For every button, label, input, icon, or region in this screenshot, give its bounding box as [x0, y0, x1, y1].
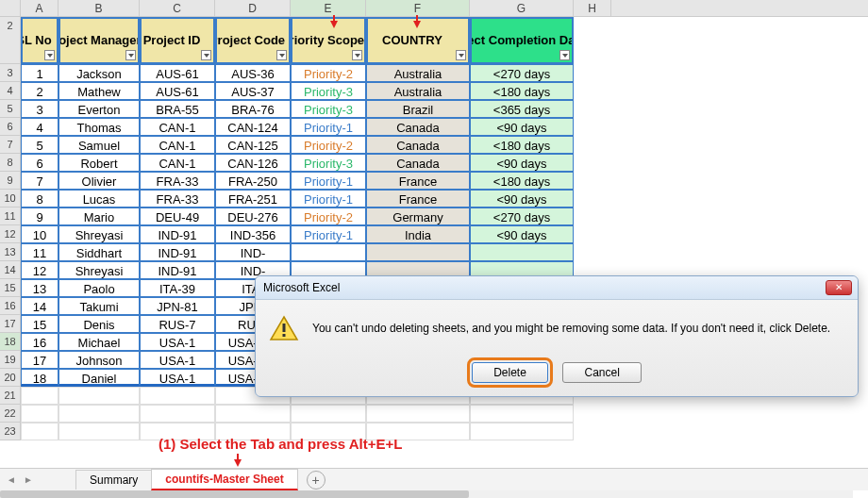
cell-project-id[interactable]: FRA-33: [140, 172, 215, 190]
cell-priority[interactable]: [291, 243, 366, 261]
select-all-corner[interactable]: [0, 0, 21, 16]
cell-project-id[interactable]: USA-1: [140, 369, 215, 387]
cell-country[interactable]: Australia: [366, 64, 470, 82]
table-row[interactable]: 2MathewAUS-61AUS-37Priority-3Australia<1…: [21, 82, 868, 100]
cell-sl[interactable]: 8: [21, 190, 58, 208]
row-number[interactable]: 19: [0, 351, 21, 369]
cell-manager[interactable]: Paolo: [58, 279, 140, 297]
cell-priority[interactable]: Priority-3: [291, 82, 366, 100]
cell-days[interactable]: <180 days: [470, 136, 574, 154]
cell-manager[interactable]: Mathew: [58, 82, 140, 100]
cell-sl[interactable]: 10: [21, 225, 58, 243]
cell-project-code[interactable]: CAN-126: [215, 154, 291, 172]
header-project-code[interactable]: Project Code: [215, 17, 291, 64]
filter-icon[interactable]: [559, 50, 570, 60]
row-number[interactable]: 12: [0, 225, 21, 243]
cell-project-code[interactable]: AUS-36: [215, 64, 291, 82]
col-header-b[interactable]: B: [58, 0, 140, 16]
row-number[interactable]: 11: [0, 208, 21, 225]
cell-project-id[interactable]: CAN-1: [140, 154, 215, 172]
cell-manager[interactable]: Daniel: [58, 369, 140, 387]
cell-project-code[interactable]: CAN-124: [215, 118, 291, 136]
add-sheet-button[interactable]: +: [307, 471, 326, 490]
row-number[interactable]: 7: [0, 136, 21, 154]
cell-days[interactable]: <90 days: [470, 154, 574, 172]
horizontal-scrollbar[interactable]: [0, 490, 853, 498]
row-number[interactable]: 9: [0, 172, 21, 190]
cell-manager[interactable]: Mario: [58, 208, 140, 225]
cell-project-id[interactable]: IND-91: [140, 225, 215, 243]
row-number[interactable]: 14: [0, 261, 21, 279]
cell-project-code[interactable]: BRA-76: [215, 100, 291, 118]
header-priority-scope[interactable]: Priority Scope: [291, 17, 366, 64]
cell-country[interactable]: Germany: [366, 208, 470, 225]
cell-sl[interactable]: 17: [21, 351, 58, 369]
cell-sl[interactable]: 5: [21, 136, 58, 154]
cell-days[interactable]: <90 days: [470, 225, 574, 243]
row-number[interactable]: 15: [0, 279, 21, 297]
empty-row[interactable]: [21, 405, 868, 423]
cell-days[interactable]: <180 days: [470, 82, 574, 100]
row-number[interactable]: 22: [0, 405, 21, 423]
cell-priority[interactable]: Priority-1: [291, 118, 366, 136]
dialog-close-button[interactable]: ✕: [826, 280, 852, 295]
header-sl-no[interactable]: SL No: [21, 17, 58, 64]
table-row[interactable]: 9MarioDEU-49DEU-276Priority-2Germany<270…: [21, 208, 868, 225]
cell-project-id[interactable]: RUS-7: [140, 315, 215, 333]
cell-manager[interactable]: Lucas: [58, 190, 140, 208]
delete-button[interactable]: Delete: [472, 362, 548, 383]
cell-sl[interactable]: 18: [21, 369, 58, 387]
cell-sl[interactable]: 2: [21, 82, 58, 100]
cell-sl[interactable]: 14: [21, 297, 58, 315]
cell-project-id[interactable]: AUS-61: [140, 82, 215, 100]
cell-country[interactable]: Canada: [366, 118, 470, 136]
cell-manager[interactable]: Olivier: [58, 172, 140, 190]
cell-project-code[interactable]: AUS-37: [215, 82, 291, 100]
row-number[interactable]: 10: [0, 190, 21, 208]
cell-sl[interactable]: 11: [21, 243, 58, 261]
table-row[interactable]: 5SamuelCAN-1CAN-125Priority-2Canada<180 …: [21, 136, 868, 154]
row-number[interactable]: 5: [0, 100, 21, 118]
cell-country[interactable]: India: [366, 225, 470, 243]
row-number[interactable]: 4: [0, 82, 21, 100]
scrollbar-thumb[interactable]: [0, 490, 469, 498]
cell-manager[interactable]: Jackson: [58, 64, 140, 82]
cell-manager[interactable]: Samuel: [58, 136, 140, 154]
cell-manager[interactable]: Thomas: [58, 118, 140, 136]
cell-sl[interactable]: 15: [21, 315, 58, 333]
cell-manager[interactable]: Shreyasi: [58, 261, 140, 279]
tab-nav-prev[interactable]: ◄: [4, 473, 19, 488]
filter-icon[interactable]: [276, 50, 287, 60]
col-header-a[interactable]: A: [21, 0, 58, 16]
col-header-c[interactable]: C: [140, 0, 215, 16]
cell-priority[interactable]: Priority-2: [291, 208, 366, 225]
sheet-tab-summary[interactable]: Summary: [75, 470, 152, 490]
cell-days[interactable]: <365 days: [470, 100, 574, 118]
cell-days[interactable]: <90 days: [470, 118, 574, 136]
cancel-button[interactable]: Cancel: [562, 362, 641, 383]
col-header-g[interactable]: G: [470, 0, 574, 16]
filter-icon[interactable]: [352, 50, 362, 60]
table-row[interactable]: 4ThomasCAN-1CAN-124Priority-1Canada<90 d…: [21, 118, 868, 136]
row-number[interactable]: 6: [0, 118, 21, 136]
cell-priority[interactable]: Priority-1: [291, 190, 366, 208]
cell-manager[interactable]: Shreyasi: [58, 225, 140, 243]
row-number[interactable]: 8: [0, 154, 21, 172]
cell-project-id[interactable]: CAN-1: [140, 118, 215, 136]
cell-country[interactable]: Canada: [366, 136, 470, 154]
cell-priority[interactable]: Priority-3: [291, 100, 366, 118]
row-number[interactable]: 2: [0, 17, 21, 64]
cell-manager[interactable]: Johnson: [58, 351, 140, 369]
cell-country[interactable]: [366, 243, 470, 261]
cell-country[interactable]: Brazil: [366, 100, 470, 118]
cell-manager[interactable]: Denis: [58, 315, 140, 333]
filter-icon[interactable]: [201, 50, 211, 60]
cell-country[interactable]: Canada: [366, 154, 470, 172]
cell-country[interactable]: France: [366, 172, 470, 190]
cell-manager[interactable]: Robert: [58, 154, 140, 172]
col-header-e[interactable]: E: [291, 0, 366, 16]
filter-icon[interactable]: [125, 50, 136, 60]
cell-project-id[interactable]: USA-1: [140, 333, 215, 351]
cell-sl[interactable]: 1: [21, 64, 58, 82]
header-completion-days[interactable]: Project Completion Days: [470, 17, 574, 64]
